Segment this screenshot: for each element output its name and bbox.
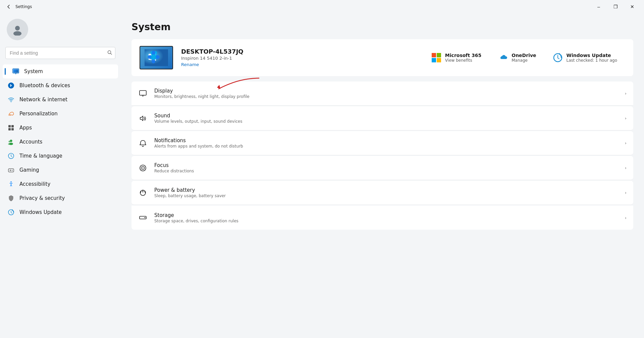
settings-item-display[interactable]: Display Monitors, brightness, night ligh…	[131, 81, 633, 106]
sidebar-item-apps[interactable]: Apps	[3, 121, 118, 135]
settings-item-sound[interactable]: Sound Volume levels, output, input, soun…	[131, 106, 633, 130]
notifications-chevron: ›	[625, 140, 627, 146]
sidebar-label-network: Network & internet	[19, 97, 67, 103]
device-name: DESKTOP-4L537JQ	[181, 48, 415, 55]
sidebar: System Bluetooth & devices Network &	[0, 13, 121, 338]
svg-point-9	[8, 82, 14, 89]
svg-point-17	[9, 141, 10, 143]
sound-icon	[138, 114, 148, 123]
svg-point-24	[12, 170, 13, 170]
settings-list: Display Monitors, brightness, night ligh…	[131, 81, 633, 230]
power-chevron: ›	[625, 190, 627, 195]
sidebar-item-time[interactable]: Time & language	[3, 149, 118, 163]
device-info: DESKTOP-4L537JQ Inspiron 14 5410 2-in-1 …	[181, 48, 415, 67]
power-title: Power & battery	[154, 187, 618, 193]
onedrive-subtitle: Manage	[512, 58, 536, 63]
sidebar-label-windowsupdate: Windows Update	[19, 209, 62, 215]
sound-chevron: ›	[625, 116, 627, 121]
notifications-icon	[138, 138, 148, 148]
storage-chevron: ›	[625, 215, 627, 220]
sidebar-label-privacy: Privacy & security	[19, 195, 65, 201]
notifications-title: Notifications	[154, 137, 618, 144]
svg-rect-14	[8, 128, 11, 130]
storage-subtitle: Storage space, drives, configuration rul…	[154, 219, 618, 223]
svg-point-26	[10, 181, 12, 183]
display-title: Display	[154, 88, 618, 94]
sidebar-item-personalization[interactable]: Personalization	[3, 107, 118, 121]
sidebar-item-system[interactable]: System	[3, 64, 118, 78]
ms365-text: Microsoft 365 View benefits	[445, 53, 481, 63]
display-subtitle: Monitors, brightness, night light, displ…	[154, 94, 618, 99]
titlebar: Settings – ❐ ✕	[0, 0, 644, 13]
wu-text: Windows Update Last checked: 1 hour ago	[567, 53, 617, 63]
sidebar-item-network[interactable]: Network & internet	[3, 93, 118, 107]
svg-point-11	[9, 114, 11, 116]
wu-icon	[552, 52, 563, 63]
window-controls: – ❐ ✕	[591, 1, 640, 12]
sidebar-item-accessibility[interactable]: Accessibility	[3, 177, 118, 191]
system-icon	[12, 68, 19, 75]
focus-text: Focus Reduce distractions	[154, 162, 618, 173]
sidebar-item-accounts[interactable]: Accounts	[3, 135, 118, 149]
gaming-icon	[7, 166, 15, 174]
svg-rect-40	[140, 91, 146, 95]
focus-subtitle: Reduce distractions	[154, 169, 618, 173]
sidebar-label-bluetooth: Bluetooth & devices	[19, 82, 70, 89]
wu-link[interactable]: Windows Update Last checked: 1 hour ago	[544, 50, 625, 66]
minimize-button[interactable]: –	[591, 1, 606, 12]
sidebar-item-bluetooth[interactable]: Bluetooth & devices	[3, 78, 118, 93]
wu-title: Windows Update	[567, 53, 617, 58]
ms365-link[interactable]: Microsoft 365 View benefits	[423, 50, 489, 66]
notifications-subtitle: Alerts from apps and system, do not dist…	[154, 144, 618, 149]
focus-title: Focus	[154, 162, 618, 168]
display-icon	[138, 89, 148, 98]
network-icon	[7, 96, 15, 103]
settings-item-focus[interactable]: Focus Reduce distractions ›	[131, 156, 633, 180]
sound-title: Sound	[154, 113, 618, 119]
sidebar-label-time: Time & language	[19, 153, 62, 159]
svg-point-45	[143, 167, 144, 168]
power-subtitle: Sleep, battery usage, battery saver	[154, 193, 618, 198]
svg-point-0	[15, 26, 20, 31]
sidebar-label-accounts: Accounts	[19, 139, 42, 145]
svg-point-19	[8, 143, 11, 145]
svg-rect-15	[11, 128, 14, 130]
onedrive-icon	[497, 52, 508, 63]
svg-rect-13	[11, 125, 14, 127]
sound-text: Sound Volume levels, output, input, soun…	[154, 113, 618, 124]
sidebar-label-apps: Apps	[19, 125, 32, 131]
rename-link[interactable]: Rename	[181, 62, 199, 67]
maximize-button[interactable]: ❐	[608, 1, 623, 12]
settings-item-storage[interactable]: Storage Storage space, drives, configura…	[131, 206, 633, 230]
settings-item-power[interactable]: Power & battery Sleep, battery usage, ba…	[131, 181, 633, 205]
close-button[interactable]: ✕	[625, 1, 640, 12]
sidebar-item-gaming[interactable]: Gaming	[3, 163, 118, 177]
bluetooth-icon	[7, 82, 15, 89]
svg-point-16	[10, 140, 12, 142]
main-content: System	[121, 13, 644, 338]
storage-text: Storage Storage space, drives, configura…	[154, 212, 618, 223]
apps-icon	[7, 124, 15, 131]
search-icon	[107, 50, 112, 56]
personalization-icon	[7, 110, 15, 117]
ms365-icon	[431, 52, 442, 63]
svg-rect-12	[8, 125, 11, 127]
svg-point-25	[12, 170, 13, 171]
svg-rect-6	[13, 69, 18, 73]
sidebar-item-windowsupdate[interactable]: Windows Update	[3, 205, 118, 219]
focus-icon	[138, 163, 148, 173]
wu-subtitle: Last checked: 1 hour ago	[567, 58, 617, 63]
onedrive-link[interactable]: OneDrive Manage	[489, 50, 544, 66]
back-button[interactable]	[4, 2, 13, 11]
onedrive-title: OneDrive	[512, 53, 536, 58]
svg-point-10	[11, 101, 11, 102]
page-title: System	[131, 21, 633, 33]
settings-item-notifications[interactable]: Notifications Alerts from apps and syste…	[131, 131, 633, 155]
sidebar-label-personalization: Personalization	[19, 111, 58, 117]
device-thumbnail	[140, 46, 173, 69]
search-input[interactable]	[5, 47, 115, 59]
user-avatar	[7, 19, 28, 40]
storage-title: Storage	[154, 212, 618, 218]
sidebar-item-privacy[interactable]: Privacy & security	[3, 191, 118, 205]
power-icon	[138, 188, 148, 198]
